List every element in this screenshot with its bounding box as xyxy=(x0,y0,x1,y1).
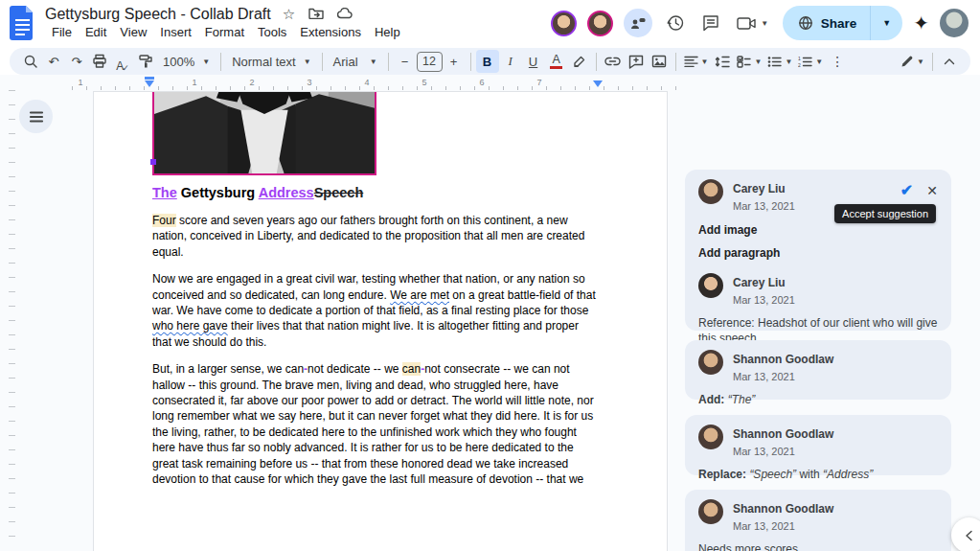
hide-comments-button[interactable] xyxy=(951,517,980,551)
formatting-toolbar: ↶ ↷ A✓ 100%▼ Normal text▼ Arial▼ − + B I… xyxy=(10,48,970,75)
image-selection-handle[interactable] xyxy=(150,159,156,165)
right-indent-marker[interactable] xyxy=(593,80,603,87)
gemini-spark-icon[interactable]: ✦ xyxy=(913,11,929,34)
collaborator-avatar-2[interactable] xyxy=(587,11,613,36)
comment-date: Mar 13, 2021 xyxy=(733,371,795,382)
menu-tools[interactable]: Tools xyxy=(251,24,293,40)
version-history-icon[interactable] xyxy=(663,11,688,35)
suggestion-quote: “The” xyxy=(728,393,756,406)
insert-link-icon[interactable] xyxy=(602,50,625,73)
decrease-font-size-button[interactable]: − xyxy=(394,50,417,73)
document-text[interactable]: The Gettysburg AddressSpeech Four score … xyxy=(152,184,599,488)
editing-mode-select[interactable]: ▼ xyxy=(898,50,927,73)
comment-date: Mar 13, 2021 xyxy=(733,446,795,457)
paint-format-icon[interactable] xyxy=(134,50,157,73)
menu-bar: File Edit View Insert Format Tools Exten… xyxy=(45,24,407,40)
star-icon[interactable]: ☆ xyxy=(283,6,295,23)
avatar xyxy=(698,273,723,298)
font-size-input[interactable] xyxy=(417,52,443,72)
highlight-color-icon[interactable] xyxy=(568,50,591,73)
text-color-button[interactable]: A xyxy=(545,50,568,73)
redo-icon[interactable]: ↷ xyxy=(65,50,88,73)
comment-highlight[interactable]: can xyxy=(402,362,421,376)
more-toolbar-options[interactable]: ⋮ xyxy=(826,50,849,73)
suggestion-card-replace[interactable]: Shannon Goodlaw Mar 13, 2021 Replace: “S… xyxy=(685,415,951,475)
bold-button[interactable]: B xyxy=(476,50,499,73)
share-dropdown[interactable]: ▼ xyxy=(870,6,902,40)
underline-button[interactable]: U xyxy=(522,50,545,73)
italic-button[interactable]: I xyxy=(499,50,522,73)
cloud-saved-icon[interactable] xyxy=(337,6,353,23)
comment-date: Mar 13, 2021 xyxy=(733,520,795,532)
add-comment-icon[interactable] xyxy=(625,50,648,73)
suggestion-summary: Replace: “Speech” with “Address” xyxy=(698,467,938,482)
meet-video-icon[interactable]: ▼ xyxy=(734,11,772,35)
font-select[interactable]: Arial▼ xyxy=(328,50,383,73)
zoom-select[interactable]: 100%▼ xyxy=(157,50,216,73)
insert-image-icon[interactable] xyxy=(648,50,671,73)
align-select[interactable]: ▼ xyxy=(681,50,712,73)
comment-author: Carey Liu xyxy=(733,276,786,289)
share-button[interactable]: Share ▼ xyxy=(783,6,902,40)
print-icon[interactable] xyxy=(88,50,111,73)
svg-text:2: 2 xyxy=(798,62,801,68)
suggestion-card-add-the[interactable]: Shannon Goodlaw Mar 13, 2021 Add: “The” xyxy=(685,340,951,400)
horizontal-ruler[interactable]: 1 1 2 3 4 5 6 7 xyxy=(72,79,677,91)
menu-view[interactable]: View xyxy=(113,24,153,40)
suggested-inline-image[interactable] xyxy=(152,91,376,175)
bulleted-list-select[interactable]: ▼ xyxy=(764,50,795,73)
search-menus-icon[interactable] xyxy=(19,50,42,73)
checklist-select[interactable]: ▼ xyxy=(734,50,764,73)
avatar xyxy=(698,499,723,524)
comment-highlight[interactable]: Four xyxy=(152,214,176,227)
collaborator-avatar-1[interactable] xyxy=(551,11,577,36)
grammar-suggestion[interactable]: who here gave xyxy=(152,319,228,333)
paragraph-3: But, in a larger sense, we can-not dedic… xyxy=(152,361,599,487)
numbered-list-select[interactable]: 12▼ xyxy=(795,50,826,73)
top-bar: Gettysburg Speech - Collab Draft ☆ File … xyxy=(0,0,980,46)
spellcheck-icon[interactable]: A✓ xyxy=(111,50,134,73)
body-text: not consecrate -- we can not hallow -- t… xyxy=(152,362,594,486)
heading-text: Gettysburg xyxy=(177,185,259,200)
document-heading: The Gettysburg AddressSpeech xyxy=(152,184,599,201)
ruler-number: 5 xyxy=(422,78,426,87)
document-title[interactable]: Gettysburg Speech - Collab Draft xyxy=(45,6,271,23)
menu-help[interactable]: Help xyxy=(368,24,407,40)
suggestion-verb: Add: xyxy=(698,393,724,406)
increase-font-size-button[interactable]: + xyxy=(443,50,466,73)
suggestion-card-carey[interactable]: Carey Liu Mar 13, 2021 ✔ ✕ Add image Add… xyxy=(685,170,951,331)
undo-icon[interactable]: ↶ xyxy=(42,50,65,73)
join-call-chip[interactable] xyxy=(624,9,652,37)
menu-file[interactable]: File xyxy=(45,24,79,40)
menu-extensions[interactable]: Extensions xyxy=(293,24,368,40)
comment-author: Shannon Goodlaw xyxy=(733,502,833,516)
move-folder-icon[interactable] xyxy=(308,6,324,23)
reject-suggestion-button[interactable]: ✕ xyxy=(926,183,938,198)
document-page[interactable]: The Gettysburg AddressSpeech Four score … xyxy=(93,91,668,551)
show-outline-button[interactable] xyxy=(19,100,53,133)
left-indent-marker[interactable] xyxy=(145,77,154,80)
paragraph-style-select[interactable]: Normal text▼ xyxy=(226,50,316,73)
avatar xyxy=(698,179,723,204)
menu-format[interactable]: Format xyxy=(198,24,251,40)
body-text: score and seven years ago our fathers br… xyxy=(152,214,584,259)
suggested-insertion: Address xyxy=(259,185,314,200)
collapse-toolbar-icon[interactable] xyxy=(938,50,961,73)
menu-insert[interactable]: Insert xyxy=(153,24,198,40)
google-docs-icon[interactable] xyxy=(10,6,35,40)
menu-edit[interactable]: Edit xyxy=(79,24,113,40)
account-avatar[interactable] xyxy=(940,9,969,37)
document-area: 1 1 2 3 4 5 6 7 xyxy=(0,75,980,551)
line-spacing-icon[interactable] xyxy=(711,50,734,73)
avatar xyxy=(698,350,723,375)
accept-suggestion-tooltip: Accept suggestion xyxy=(834,204,936,223)
suggestion-quote: “Address” xyxy=(823,468,873,481)
suggested-deletion: Speech xyxy=(314,185,364,200)
grammar-suggestion[interactable]: We are met xyxy=(390,288,449,302)
first-line-indent-marker[interactable] xyxy=(145,80,154,87)
comment-card-scores[interactable]: Shannon Goodlaw Mar 13, 2021 Needs more … xyxy=(685,490,951,551)
suggested-insertion: The xyxy=(152,185,177,200)
accept-suggestion-button[interactable]: ✔ xyxy=(900,181,913,199)
comments-icon[interactable] xyxy=(698,11,723,35)
paragraph-1: Four score and seven years ago our fathe… xyxy=(152,213,599,260)
